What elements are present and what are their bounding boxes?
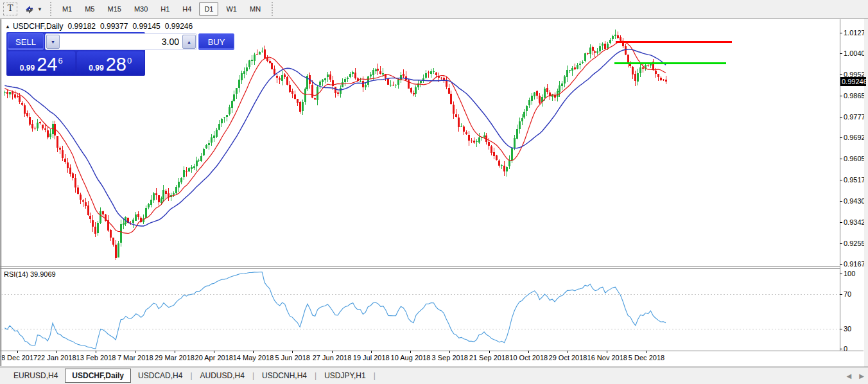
volume-decrease-button[interactable]: ▼ <box>46 35 60 49</box>
buy-button[interactable]: BUY <box>198 33 234 50</box>
ohlc-close: 0.99246 <box>165 22 193 31</box>
volume-stepper: ▼ ▲ <box>45 33 197 50</box>
rsi-indicator-label: RSI(14) 39.9069 <box>4 270 56 278</box>
symbol-name: USDCHF,Daily <box>13 22 64 31</box>
buy-price-box[interactable]: 0.99 28 0 <box>77 51 144 74</box>
one-click-trading-panel: SELL ▼ ▲ BUY 0.99 24 6 0.99 28 0 <box>6 32 145 76</box>
ohlc-low: 0.99145 <box>132 22 160 31</box>
ohlc-open: 0.99182 <box>68 22 96 31</box>
sell-price-box[interactable]: 0.99 24 6 <box>8 51 75 74</box>
volume-increase-button[interactable]: ▲ <box>182 35 196 49</box>
ohlc-high: 0.99377 <box>100 22 128 31</box>
spinner-down-icon: ▼ <box>51 40 55 44</box>
sell-button[interactable]: SELL <box>8 33 44 50</box>
buy-price-big: 28 <box>106 56 126 73</box>
current-price-tag: 0.99246 <box>840 77 866 86</box>
volume-input[interactable] <box>60 35 182 49</box>
spinner-up-icon: ▲ <box>187 40 191 44</box>
buy-price-sup: 0 <box>127 57 132 65</box>
sell-price-small: 0.99 <box>20 64 35 73</box>
sell-price-big: 24 <box>37 56 57 73</box>
chart-symbol-header: ▲USDCHF,Daily0.991820.993770.991450.9924… <box>5 22 193 31</box>
collapse-triangle-icon[interactable]: ▲ <box>5 24 10 30</box>
buy-price-small: 0.99 <box>89 64 103 73</box>
sell-price-sup: 6 <box>58 57 62 65</box>
